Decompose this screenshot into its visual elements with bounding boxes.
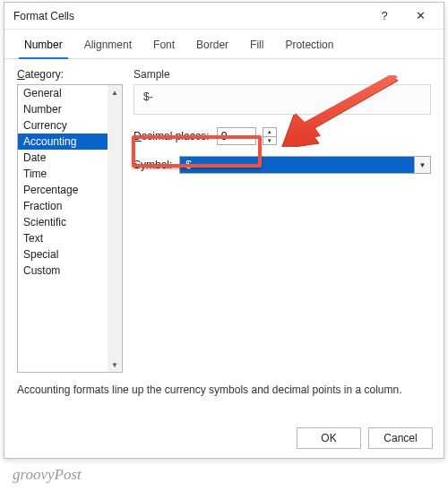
- category-listbox[interactable]: GeneralNumberCurrencyAccountingDateTimeP…: [17, 84, 123, 373]
- tab-protection[interactable]: Protection: [274, 33, 344, 58]
- tab-font[interactable]: Font: [142, 33, 185, 58]
- scrollbar[interactable]: ▲ ▼: [108, 85, 122, 372]
- watermark: groovyPost: [13, 466, 82, 484]
- category-item-text[interactable]: Text: [18, 230, 108, 246]
- help-button[interactable]: ?: [366, 4, 402, 29]
- symbol-value: $: [180, 159, 414, 171]
- scroll-up-icon[interactable]: ▲: [108, 85, 122, 99]
- spinner-up-icon[interactable]: ▲: [263, 128, 276, 137]
- chevron-down-icon[interactable]: ▼: [414, 157, 430, 173]
- format-cells-dialog: Format Cells ? ✕ Number Alignment Font B…: [4, 2, 444, 459]
- decimal-places-label: Decimal places:: [134, 130, 210, 142]
- tab-strip: Number Alignment Font Border Fill Protec…: [4, 30, 444, 59]
- ok-button[interactable]: OK: [297, 427, 361, 449]
- category-item-number[interactable]: Number: [18, 101, 108, 117]
- scroll-down-icon[interactable]: ▼: [108, 357, 122, 372]
- dialog-body: Category: GeneralNumberCurrencyAccountin…: [4, 59, 444, 426]
- decimal-places-input[interactable]: [217, 127, 256, 145]
- spinner-down-icon[interactable]: ▼: [263, 137, 276, 145]
- category-item-general[interactable]: General: [18, 85, 108, 101]
- cancel-button[interactable]: Cancel: [368, 427, 433, 449]
- sample-label: Sample: [134, 68, 431, 81]
- symbol-label: Symbol:: [134, 159, 172, 171]
- tab-alignment[interactable]: Alignment: [73, 33, 142, 58]
- decimal-spinner[interactable]: ▲ ▼: [263, 127, 277, 145]
- titlebar: Format Cells ? ✕: [4, 3, 444, 30]
- format-description: Accounting formats line up the currency …: [17, 383, 431, 396]
- category-item-time[interactable]: Time: [18, 166, 108, 182]
- category-item-special[interactable]: Special: [18, 246, 108, 263]
- symbol-select[interactable]: $ ▼: [179, 156, 431, 174]
- close-button[interactable]: ✕: [402, 4, 438, 29]
- symbol-row: Symbol: $ ▼: [134, 156, 431, 174]
- decimal-places-row: Decimal places: ▲ ▼: [134, 127, 431, 145]
- category-item-date[interactable]: Date: [18, 150, 108, 166]
- category-item-scientific[interactable]: Scientific: [18, 214, 108, 230]
- tab-number[interactable]: Number: [13, 33, 73, 58]
- dialog-title: Format Cells: [13, 10, 366, 22]
- category-item-fraction[interactable]: Fraction: [18, 198, 108, 214]
- tab-border[interactable]: Border: [185, 33, 239, 58]
- sample-value: $-: [134, 84, 431, 115]
- category-item-accounting[interactable]: Accounting: [18, 134, 108, 150]
- category-item-percentage[interactable]: Percentage: [18, 182, 108, 198]
- category-item-currency[interactable]: Currency: [18, 117, 108, 134]
- tab-fill[interactable]: Fill: [239, 33, 274, 58]
- category-item-custom[interactable]: Custom: [18, 263, 108, 279]
- dialog-footer: OK Cancel: [4, 418, 444, 458]
